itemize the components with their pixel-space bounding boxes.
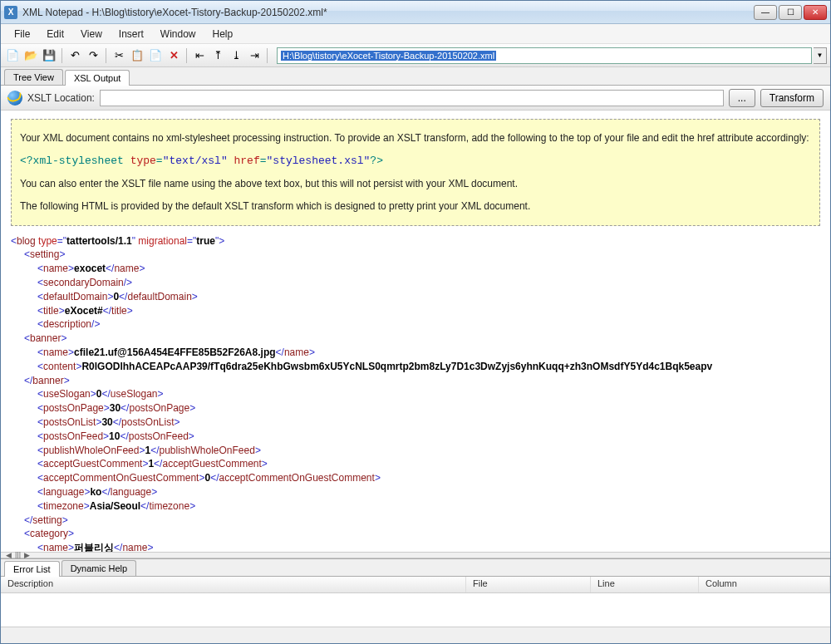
error-columns: Description File Line Column	[1, 577, 830, 593]
tab-tree-view[interactable]: Tree View	[4, 69, 63, 85]
notice-p1: Your XML document contains no xml-styles…	[20, 131, 811, 145]
cut-icon[interactable]: ✂	[111, 47, 127, 64]
content-area[interactable]: Your XML document contains no xml-styles…	[1, 111, 830, 552]
col-column[interactable]: Column	[699, 577, 830, 592]
col-file[interactable]: File	[466, 577, 591, 592]
app-icon: X	[4, 6, 17, 19]
minimize-button[interactable]: —	[754, 5, 777, 20]
titlebar: X XML Notepad - H:\Blog\tistory\eXocet-T…	[1, 1, 830, 24]
xslt-location-label: XSLT Location:	[27, 92, 95, 104]
menu-insert[interactable]: Insert	[111, 26, 152, 42]
col-description[interactable]: Description	[1, 577, 466, 592]
top-tabstrip: Tree View XSL Output	[1, 67, 830, 86]
new-icon[interactable]: 📄	[4, 47, 21, 64]
tab-dynamic-help[interactable]: Dynamic Help	[61, 560, 136, 576]
tab-xsl-output[interactable]: XSL Output	[65, 70, 130, 86]
window-title: XML Notepad - H:\Blog\tistory\eXocet-Tis…	[22, 7, 754, 18]
nudge-right-icon[interactable]: ⇥	[246, 47, 263, 64]
col-line[interactable]: Line	[591, 577, 699, 592]
tab-error-list[interactable]: Error List	[4, 561, 60, 577]
xslt-bar: XSLT Location: ... Transform	[1, 86, 830, 111]
menu-edit[interactable]: Edit	[38, 26, 72, 42]
transform-button[interactable]: Transform	[760, 89, 824, 107]
maximize-button[interactable]: ☐	[779, 5, 802, 20]
statusbar	[1, 627, 830, 643]
copy-icon[interactable]: 📋	[129, 47, 145, 64]
undo-icon[interactable]: ↶	[66, 47, 83, 64]
menubar: File Edit View Insert Window Help	[1, 24, 830, 44]
browse-button[interactable]: ...	[729, 89, 755, 107]
save-icon[interactable]: 💾	[41, 47, 57, 64]
xml-tree: <blog type="tattertools/1.1" migrational…	[11, 234, 820, 552]
toolbar: 📄 📂 💾 ↶ ↷ ✂ 📋 📄 ✕ ⇤ ⤒ ⤓ ⇥ H:\Blog\tistor…	[1, 44, 830, 67]
ie-icon	[7, 91, 22, 106]
menu-window[interactable]: Window	[152, 26, 204, 42]
delete-icon[interactable]: ✕	[165, 47, 182, 64]
notice-p3: The following HTML is provided by the de…	[20, 199, 811, 214]
nudge-down-icon[interactable]: ⤓	[228, 47, 244, 64]
menu-file[interactable]: File	[6, 26, 38, 42]
notice-code: <?xml-stylesheet type="text/xsl" href="s…	[20, 154, 811, 169]
notice-box: Your XML document contains no xml-styles…	[11, 119, 820, 226]
bottom-tabstrip: Error List Dynamic Help	[1, 558, 830, 577]
menu-view[interactable]: View	[72, 26, 111, 42]
menu-help[interactable]: Help	[204, 26, 242, 42]
xslt-location-input[interactable]	[100, 90, 724, 106]
splitter[interactable]: ◀|||▶	[1, 552, 830, 558]
error-list-body[interactable]	[1, 593, 830, 627]
open-icon[interactable]: 📂	[22, 47, 39, 64]
close-button[interactable]: ✕	[804, 5, 827, 20]
redo-icon[interactable]: ↷	[85, 47, 101, 64]
path-input[interactable]: H:\Blog\tistory\eXocet-Tistory-Backup-20…	[277, 47, 812, 64]
nudge-left-icon[interactable]: ⇤	[191, 47, 208, 64]
path-dropdown-icon[interactable]: ▼	[814, 47, 827, 64]
paste-icon[interactable]: 📄	[147, 47, 164, 64]
nudge-up-icon[interactable]: ⤒	[209, 47, 226, 64]
notice-p2: You can also enter the XSLT file name us…	[20, 177, 811, 191]
